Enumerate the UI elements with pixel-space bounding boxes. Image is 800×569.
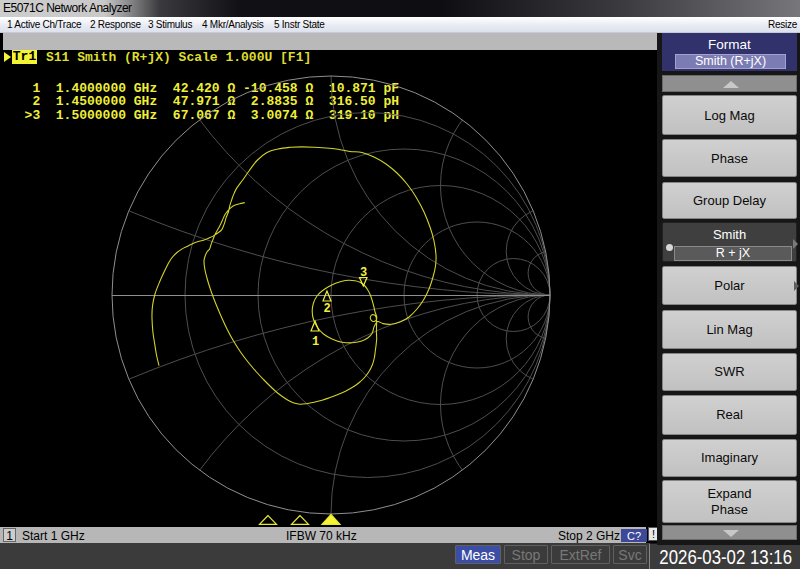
svg-text:2: 2 [323,302,330,316]
svg-text:1: 1 [312,335,319,349]
svg-text:3: 3 [360,266,367,280]
